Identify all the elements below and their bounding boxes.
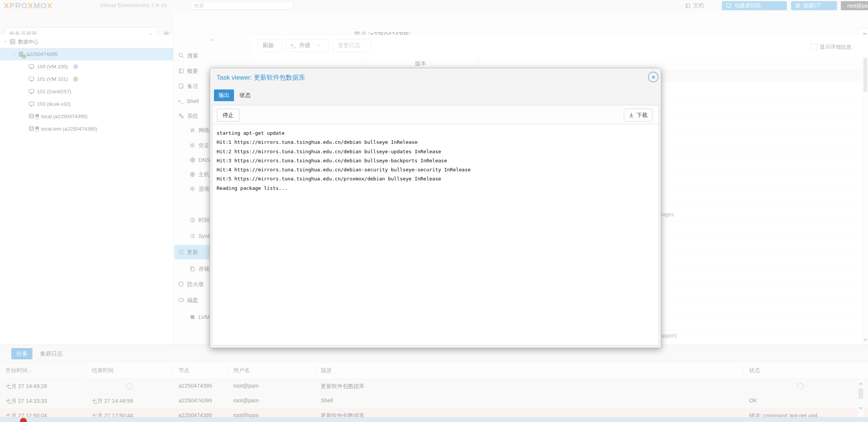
close-icon[interactable]: [648, 72, 659, 82]
task-viewer-toolbar: 停止 下载: [212, 105, 659, 124]
stop-button[interactable]: 停止: [217, 109, 239, 122]
log-line: starting apt-get update: [217, 129, 654, 138]
download-icon: [629, 112, 634, 118]
log-line: Reading package lists...: [217, 184, 654, 193]
log-line: Hit:3 https://mirrors.tuna.tsinghua.edu.…: [217, 156, 654, 165]
log-line: Hit:5 https://mirrors.tuna.tsinghua.edu.…: [217, 174, 654, 183]
tab-output[interactable]: 输出: [214, 89, 234, 101]
taskbar-app-icon[interactable]: [20, 418, 27, 422]
task-viewer-window: Task viewer: 更新软件包数据库 输出 状态 停止 下载 starti…: [210, 68, 661, 348]
tab-status[interactable]: 状态: [235, 89, 255, 101]
log-line: Hit:2 https://mirrors.tuna.tsinghua.edu.…: [217, 147, 654, 156]
taskbar-strip: [0, 417, 868, 422]
log-line: Hit:4 https://mirrors.tuna.tsinghua.edu.…: [217, 165, 654, 174]
log-line: Hit:1 https://mirrors.tuna.tsinghua.edu.…: [217, 138, 654, 147]
task-viewer-title: Task viewer: 更新软件包数据库: [217, 73, 305, 82]
task-viewer-body: 停止 下载 starting apt-get update Hit:1 http…: [212, 105, 659, 345]
download-button[interactable]: 下载: [624, 109, 653, 122]
task-output-log: starting apt-get update Hit:1 https://mi…: [213, 124, 658, 345]
proxmox-app: XPROXMOX Virtual Environment 7.4-16 文档 创…: [0, 0, 868, 422]
